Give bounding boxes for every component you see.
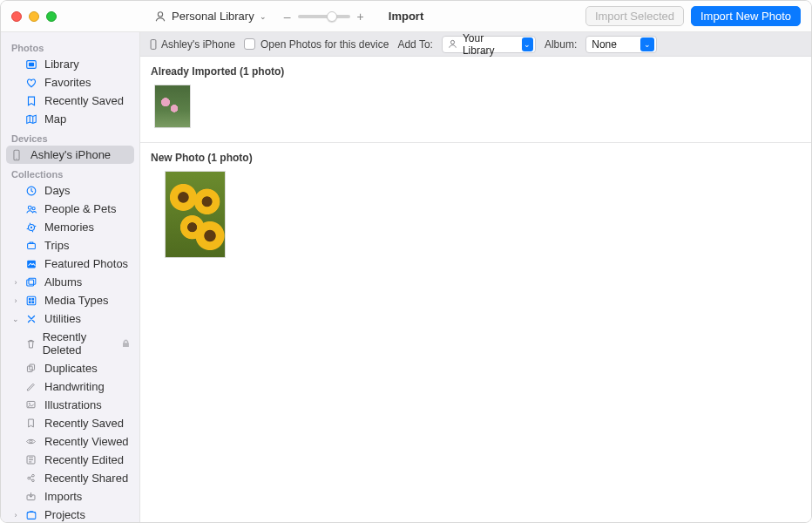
sidebar-item-label: Utilities bbox=[44, 312, 81, 325]
section-divider bbox=[140, 142, 811, 143]
duplicates-icon bbox=[25, 363, 39, 374]
iphone-icon bbox=[149, 38, 158, 51]
sidebar-item-duplicates[interactable]: Duplicates bbox=[1, 359, 139, 377]
sidebar-item-label: Map bbox=[44, 112, 66, 126]
device-name: Ashley's iPhone bbox=[161, 38, 235, 51]
svg-rect-12 bbox=[27, 279, 34, 285]
zoom-out-button[interactable]: – bbox=[281, 10, 294, 24]
map-icon bbox=[25, 113, 39, 126]
library-picker[interactable]: Personal Library ⌄ bbox=[151, 7, 270, 25]
iphone-icon bbox=[11, 149, 25, 161]
sidebar-head-photos: Photos bbox=[1, 37, 139, 55]
sidebar-item-label: Memories bbox=[44, 221, 94, 234]
already-imported-heading: Already Imported (1 photo) bbox=[151, 62, 801, 85]
sidebar-item-media-types[interactable]: › Media Types bbox=[1, 291, 139, 309]
albums-icon bbox=[25, 276, 39, 289]
new-photo-thumb[interactable] bbox=[165, 171, 226, 258]
svg-point-6 bbox=[28, 206, 31, 209]
sidebar-item-imports[interactable]: Imports bbox=[1, 487, 139, 506]
toolbar-left: Personal Library ⌄ – + bbox=[151, 7, 368, 25]
new-photo-row bbox=[151, 171, 801, 267]
sidebar-item-recently-saved2[interactable]: Recently Saved bbox=[1, 414, 139, 432]
zoom-window[interactable] bbox=[46, 11, 57, 22]
sidebar-item-library[interactable]: Library bbox=[1, 55, 139, 73]
sidebar-item-label: Albums bbox=[44, 275, 82, 289]
share-icon bbox=[25, 472, 39, 484]
sidebar-item-label: Ashley's iPhone bbox=[30, 148, 111, 161]
close-window[interactable] bbox=[11, 11, 22, 22]
sidebar-item-utilities[interactable]: ⌄ Utilities bbox=[1, 309, 139, 328]
svg-rect-10 bbox=[28, 243, 36, 248]
sidebar-item-days[interactable]: Days bbox=[1, 181, 139, 200]
calendar-icon bbox=[25, 185, 39, 197]
sidebar-item-favorites[interactable]: Favorites bbox=[1, 73, 139, 92]
chevron-right-icon[interactable]: › bbox=[11, 511, 20, 520]
svg-rect-2 bbox=[29, 62, 34, 65]
sidebar-item-recently-viewed[interactable]: Recently Viewed bbox=[1, 432, 139, 451]
chevron-right-icon[interactable]: › bbox=[11, 278, 20, 287]
svg-rect-29 bbox=[27, 512, 36, 519]
sidebar-item-recently-saved[interactable]: Recently Saved bbox=[1, 92, 139, 110]
illustrations-icon bbox=[25, 399, 39, 411]
person-icon bbox=[448, 39, 457, 49]
import-new-button[interactable]: Import New Photo bbox=[691, 6, 801, 26]
bookmark-icon bbox=[25, 95, 39, 107]
heart-icon bbox=[25, 77, 39, 89]
sidebar-item-label: Illustrations bbox=[44, 398, 102, 411]
sidebar-item-memories[interactable]: Memories bbox=[1, 218, 139, 236]
sidebar-item-featured[interactable]: Featured Photos bbox=[1, 255, 139, 273]
people-icon bbox=[25, 203, 39, 215]
import-content: Already Imported (1 photo) New Photo (1 … bbox=[140, 57, 811, 522]
projects-icon bbox=[25, 509, 39, 521]
svg-rect-17 bbox=[29, 301, 31, 303]
open-photos-checkbox[interactable] bbox=[244, 38, 255, 50]
zoom-in-button[interactable]: + bbox=[354, 10, 368, 24]
thumbnail-zoom: – + bbox=[281, 10, 368, 24]
toolbar-right: Import Selected Import New Photo bbox=[585, 6, 801, 26]
sidebar-item-illustrations[interactable]: Illustrations bbox=[1, 396, 139, 414]
sidebar-item-device[interactable]: Ashley's iPhone bbox=[6, 146, 134, 164]
chevron-updown-icon: ⌄ bbox=[640, 37, 654, 51]
open-photos-option[interactable]: Open Photos for this device bbox=[244, 38, 389, 51]
sidebar-item-map[interactable]: Map bbox=[1, 110, 139, 128]
sidebar-item-recently-edited[interactable]: Recently Edited bbox=[1, 451, 139, 469]
add-to-dropdown[interactable]: Your Library ⌄ bbox=[442, 36, 536, 53]
sidebar-item-label: Days bbox=[44, 184, 71, 197]
memories-icon bbox=[25, 221, 39, 234]
device-label: Ashley's iPhone bbox=[149, 38, 235, 51]
sidebar-item-label: Recently Viewed bbox=[44, 435, 129, 448]
new-photo-heading: New Photo (1 photo) bbox=[151, 148, 801, 171]
import-toolbar: Ashley's iPhone Open Photos for this dev… bbox=[140, 32, 811, 57]
sidebar-item-albums[interactable]: › Albums bbox=[1, 273, 139, 291]
album-value: None bbox=[592, 38, 617, 51]
sidebar-item-label: Recently Saved bbox=[44, 417, 124, 430]
sidebar-head-collections: Collections bbox=[1, 164, 139, 181]
sidebar-item-projects[interactable]: › Projects bbox=[1, 506, 139, 522]
lock-icon: 🔒︎ bbox=[121, 338, 131, 349]
sidebar-item-recently-deleted[interactable]: Recently Deleted 🔒︎ bbox=[1, 328, 139, 359]
svg-point-0 bbox=[158, 11, 162, 16]
already-imported-row bbox=[151, 85, 801, 137]
sidebar-item-trips[interactable]: Trips bbox=[1, 236, 139, 255]
zoom-slider[interactable] bbox=[298, 15, 350, 18]
minimize-window[interactable] bbox=[29, 11, 39, 22]
edit-icon bbox=[25, 454, 39, 465]
sidebar-item-label: Media Types bbox=[44, 294, 108, 307]
sidebar-item-label: Recently Shared bbox=[44, 472, 128, 485]
zoom-slider-knob[interactable] bbox=[327, 11, 337, 22]
sidebar-item-label: Recently Edited bbox=[44, 453, 124, 466]
chevron-down-icon[interactable]: ⌄ bbox=[11, 315, 20, 323]
add-to-label: Add To: bbox=[397, 38, 432, 51]
album-dropdown[interactable]: None ⌄ bbox=[585, 36, 657, 53]
sidebar: Photos Library Favorites Recently Saved bbox=[1, 32, 140, 522]
svg-point-22 bbox=[29, 403, 30, 404]
sidebar-item-people[interactable]: People & Pets bbox=[1, 200, 139, 218]
sidebar-item-recently-shared[interactable]: Recently Shared bbox=[1, 469, 139, 487]
sidebar-item-handwriting[interactable]: Handwriting bbox=[1, 377, 139, 396]
already-imported-thumb[interactable] bbox=[154, 85, 191, 128]
svg-rect-15 bbox=[29, 297, 31, 300]
svg-point-31 bbox=[450, 40, 454, 44]
chevron-right-icon[interactable]: › bbox=[11, 296, 20, 305]
utilities-icon bbox=[25, 313, 39, 325]
sidebar-item-label: Handwriting bbox=[44, 380, 105, 393]
